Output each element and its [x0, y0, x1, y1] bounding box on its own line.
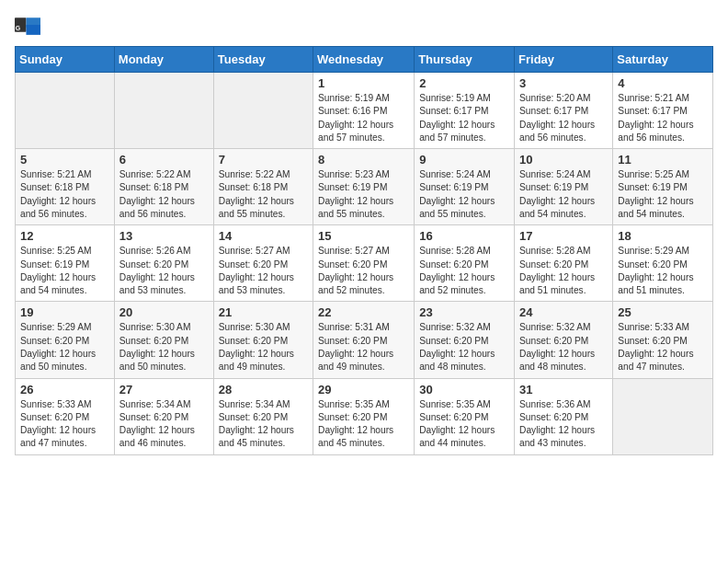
table-row: 27Sunrise: 5:34 AMSunset: 6:20 PMDayligh… [114, 378, 213, 454]
cell-daylight-info: Sunrise: 5:33 AMSunset: 6:20 PMDaylight:… [618, 321, 708, 373]
svg-marker-3 [26, 25, 40, 35]
table-row [114, 73, 213, 149]
calendar-week-3: 12Sunrise: 5:25 AMSunset: 6:19 PMDayligh… [16, 225, 713, 302]
table-row: 21Sunrise: 5:30 AMSunset: 6:20 PMDayligh… [213, 302, 313, 378]
cell-daylight-info: Sunrise: 5:35 AMSunset: 6:20 PMDaylight:… [419, 398, 509, 451]
table-row: 1Sunrise: 5:19 AMSunset: 6:16 PMDaylight… [313, 73, 415, 149]
calendar-table: SundayMondayTuesdayWednesdayThursdayFrid… [15, 46, 713, 455]
day-number: 20 [119, 305, 209, 319]
cell-daylight-info: Sunrise: 5:28 AMSunset: 6:20 PMDaylight:… [419, 245, 509, 297]
weekday-sunday: Sunday [16, 47, 115, 73]
day-number: 12 [20, 229, 109, 243]
table-row: 5Sunrise: 5:21 AMSunset: 6:18 PMDaylight… [16, 149, 115, 225]
weekday-monday: Monday [114, 47, 213, 73]
cell-daylight-info: Sunrise: 5:34 AMSunset: 6:20 PMDaylight:… [119, 398, 209, 451]
cell-daylight-info: Sunrise: 5:32 AMSunset: 6:20 PMDaylight:… [519, 321, 608, 373]
table-row: 12Sunrise: 5:25 AMSunset: 6:19 PMDayligh… [16, 225, 115, 302]
day-number: 10 [519, 153, 608, 167]
table-row: 29Sunrise: 5:35 AMSunset: 6:20 PMDayligh… [313, 378, 415, 454]
cell-daylight-info: Sunrise: 5:22 AMSunset: 6:18 PMDaylight:… [219, 168, 308, 221]
day-number: 29 [318, 383, 409, 396]
table-row: 13Sunrise: 5:26 AMSunset: 6:20 PMDayligh… [114, 225, 213, 302]
table-row [213, 73, 313, 149]
table-row: 20Sunrise: 5:30 AMSunset: 6:20 PMDayligh… [114, 302, 213, 378]
table-row: 25Sunrise: 5:33 AMSunset: 6:20 PMDayligh… [613, 302, 713, 378]
table-row: 28Sunrise: 5:34 AMSunset: 6:20 PMDayligh… [213, 378, 313, 454]
cell-daylight-info: Sunrise: 5:22 AMSunset: 6:18 PMDaylight:… [119, 168, 209, 221]
table-row: 3Sunrise: 5:20 AMSunset: 6:17 PMDaylight… [515, 73, 613, 149]
day-number: 3 [519, 76, 608, 90]
table-row: 22Sunrise: 5:31 AMSunset: 6:20 PMDayligh… [313, 302, 415, 378]
weekday-saturday: Saturday [613, 47, 713, 73]
day-number: 26 [20, 383, 109, 396]
day-number: 28 [219, 383, 308, 396]
calendar-week-5: 26Sunrise: 5:33 AMSunset: 6:20 PMDayligh… [16, 378, 713, 454]
day-number: 24 [519, 305, 608, 319]
cell-daylight-info: Sunrise: 5:34 AMSunset: 6:20 PMDaylight:… [219, 398, 308, 451]
cell-daylight-info: Sunrise: 5:25 AMSunset: 6:19 PMDaylight:… [618, 168, 708, 221]
cell-daylight-info: Sunrise: 5:25 AMSunset: 6:19 PMDaylight:… [20, 245, 109, 297]
table-row: 23Sunrise: 5:32 AMSunset: 6:20 PMDayligh… [415, 302, 515, 378]
day-number: 17 [519, 229, 608, 243]
table-row: 31Sunrise: 5:36 AMSunset: 6:20 PMDayligh… [515, 378, 613, 454]
day-number: 16 [419, 229, 509, 243]
table-row [16, 73, 115, 149]
table-row: 14Sunrise: 5:27 AMSunset: 6:20 PMDayligh… [213, 225, 313, 302]
cell-daylight-info: Sunrise: 5:21 AMSunset: 6:18 PMDaylight:… [20, 168, 109, 221]
table-row: 11Sunrise: 5:25 AMSunset: 6:19 PMDayligh… [613, 149, 713, 225]
table-row: 30Sunrise: 5:35 AMSunset: 6:20 PMDayligh… [415, 378, 515, 454]
day-number: 31 [519, 383, 608, 396]
day-number: 6 [119, 153, 209, 167]
weekday-tuesday: Tuesday [213, 47, 313, 73]
cell-daylight-info: Sunrise: 5:23 AMSunset: 6:19 PMDaylight:… [318, 168, 409, 221]
cell-daylight-info: Sunrise: 5:33 AMSunset: 6:20 PMDaylight:… [20, 398, 109, 451]
day-number: 11 [618, 153, 708, 167]
cell-daylight-info: Sunrise: 5:31 AMSunset: 6:20 PMDaylight:… [318, 321, 409, 373]
cell-daylight-info: Sunrise: 5:27 AMSunset: 6:20 PMDaylight:… [318, 245, 409, 297]
table-row: 4Sunrise: 5:21 AMSunset: 6:17 PMDaylight… [613, 73, 713, 149]
day-number: 18 [618, 229, 708, 243]
day-number: 19 [20, 305, 109, 319]
cell-daylight-info: Sunrise: 5:24 AMSunset: 6:19 PMDaylight:… [419, 168, 509, 221]
day-number: 9 [419, 153, 509, 167]
cell-daylight-info: Sunrise: 5:19 AMSunset: 6:17 PMDaylight:… [419, 92, 509, 144]
cell-daylight-info: Sunrise: 5:21 AMSunset: 6:17 PMDaylight:… [618, 92, 708, 144]
weekday-thursday: Thursday [415, 47, 515, 73]
day-number: 4 [618, 76, 708, 90]
day-number: 13 [119, 229, 209, 243]
logo-icon: G [15, 15, 40, 35]
cell-daylight-info: Sunrise: 5:19 AMSunset: 6:16 PMDaylight:… [318, 92, 409, 144]
day-number: 15 [318, 229, 409, 243]
day-number: 14 [219, 229, 308, 243]
day-number: 30 [419, 383, 509, 396]
table-row: 19Sunrise: 5:29 AMSunset: 6:20 PMDayligh… [16, 302, 115, 378]
table-row [613, 378, 713, 454]
calendar-week-4: 19Sunrise: 5:29 AMSunset: 6:20 PMDayligh… [16, 302, 713, 378]
table-row: 24Sunrise: 5:32 AMSunset: 6:20 PMDayligh… [515, 302, 613, 378]
table-row: 10Sunrise: 5:24 AMSunset: 6:19 PMDayligh… [515, 149, 613, 225]
table-row: 9Sunrise: 5:24 AMSunset: 6:19 PMDaylight… [415, 149, 515, 225]
table-row: 6Sunrise: 5:22 AMSunset: 6:18 PMDaylight… [114, 149, 213, 225]
cell-daylight-info: Sunrise: 5:32 AMSunset: 6:20 PMDaylight:… [419, 321, 509, 373]
calendar-week-2: 5Sunrise: 5:21 AMSunset: 6:18 PMDaylight… [16, 149, 713, 225]
table-row: 15Sunrise: 5:27 AMSunset: 6:20 PMDayligh… [313, 225, 415, 302]
weekday-wednesday: Wednesday [313, 47, 415, 73]
table-row: 2Sunrise: 5:19 AMSunset: 6:17 PMDaylight… [415, 73, 515, 149]
cell-daylight-info: Sunrise: 5:28 AMSunset: 6:20 PMDaylight:… [519, 245, 608, 297]
cell-daylight-info: Sunrise: 5:27 AMSunset: 6:20 PMDaylight:… [219, 245, 308, 297]
weekday-header-row: SundayMondayTuesdayWednesdayThursdayFrid… [16, 47, 713, 73]
day-number: 5 [20, 153, 109, 167]
logo: G [15, 15, 44, 35]
day-number: 27 [119, 383, 209, 396]
day-number: 7 [219, 153, 308, 167]
weekday-friday: Friday [515, 47, 613, 73]
day-number: 23 [419, 305, 509, 319]
page-header: G [15, 15, 713, 35]
svg-text:G: G [16, 25, 21, 31]
table-row: 17Sunrise: 5:28 AMSunset: 6:20 PMDayligh… [515, 225, 613, 302]
table-row: 18Sunrise: 5:29 AMSunset: 6:20 PMDayligh… [613, 225, 713, 302]
table-row: 16Sunrise: 5:28 AMSunset: 6:20 PMDayligh… [415, 225, 515, 302]
cell-daylight-info: Sunrise: 5:24 AMSunset: 6:19 PMDaylight:… [519, 168, 608, 221]
calendar-week-1: 1Sunrise: 5:19 AMSunset: 6:16 PMDaylight… [16, 73, 713, 149]
table-row: 7Sunrise: 5:22 AMSunset: 6:18 PMDaylight… [213, 149, 313, 225]
